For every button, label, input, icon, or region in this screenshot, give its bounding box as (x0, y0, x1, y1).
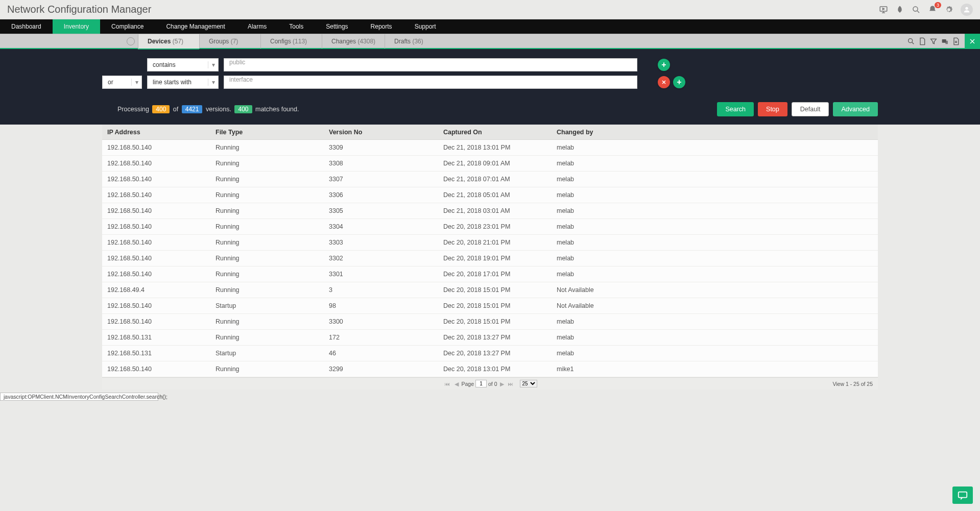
cell-ip: 192.168.50.140 (102, 271, 216, 278)
nav-support[interactable]: Support (403, 19, 447, 34)
cell-changedby: melab (557, 144, 878, 151)
stop-button[interactable]: Stop (758, 102, 787, 116)
col-version[interactable]: Version No (329, 129, 443, 136)
cell-ip: 192.168.50.140 (102, 207, 216, 214)
pager-last-icon[interactable]: ⏭ (508, 381, 515, 387)
cell-filetype: Running (216, 191, 329, 199)
matches-count: 400 (234, 105, 252, 113)
operator-select[interactable]: line starts with▾ (147, 76, 219, 89)
subtab-devices[interactable]: Devices (57) (138, 34, 199, 50)
nav-reports[interactable]: Reports (360, 19, 403, 34)
search-button[interactable]: Search (717, 102, 754, 116)
pager-first-icon[interactable]: ⏮ (444, 381, 451, 387)
nav-compliance[interactable]: Compliance (100, 19, 155, 34)
cell-changedby: melab (557, 223, 878, 230)
filter-icon[interactable] (929, 37, 938, 45)
page-input[interactable] (475, 380, 487, 387)
search-icon[interactable] (907, 37, 915, 45)
col-ip[interactable]: IP Address (102, 129, 216, 136)
add-filter-button[interactable]: + (658, 59, 670, 71)
cell-changedby: Not Available (557, 286, 878, 294)
subtab-drafts[interactable]: Drafts (36) (385, 34, 446, 48)
search-icon[interactable] (912, 5, 921, 14)
cell-ip: 192.168.50.131 (102, 334, 216, 341)
table-row[interactable]: 192.168.50.131Startup46Dec 20, 2018 13:2… (102, 346, 878, 361)
cell-captured: Dec 20, 2018 23:01 PM (443, 223, 557, 230)
close-panel-button[interactable] (965, 34, 980, 49)
subtab-configs[interactable]: Configs (113) (260, 34, 322, 48)
remove-filter-button[interactable] (658, 76, 670, 88)
cell-filetype: Running (216, 207, 329, 214)
cell-version: 3300 (329, 318, 443, 325)
browser-status-bar: javascript:OPMClient.NCMInventoryConfigS… (0, 393, 158, 401)
join-select[interactable]: or▾ (102, 76, 142, 89)
notif-badge: 3 (935, 2, 941, 8)
nav-dashboard[interactable]: Dashboard (0, 19, 53, 34)
col-captured[interactable]: Captured On (443, 129, 557, 136)
table-row[interactable]: 192.168.50.140Running3302Dec 20, 2018 19… (102, 251, 878, 266)
pager-prev-icon[interactable]: ◀ (453, 381, 460, 387)
svg-point-2 (965, 7, 968, 9)
table-row[interactable]: 192.168.50.140Running3304Dec 20, 2018 23… (102, 219, 878, 235)
rocket-icon[interactable] (895, 5, 904, 14)
page-size-select[interactable]: 25 (520, 380, 537, 387)
cell-changedby: melab (557, 255, 878, 262)
cell-captured: Dec 20, 2018 17:01 PM (443, 271, 557, 278)
presentation-icon[interactable] (879, 5, 888, 14)
pager-view-label: View 1 - 25 of 25 (832, 381, 873, 387)
table-row[interactable]: 192.168.50.140Running3308Dec 21, 2018 09… (102, 156, 878, 172)
advanced-button[interactable]: Advanced (833, 102, 878, 116)
select-all-circle[interactable] (124, 37, 138, 45)
pdf-icon[interactable] (918, 37, 926, 45)
nav-tools[interactable]: Tools (278, 19, 315, 34)
nav-inventory[interactable]: Inventory (53, 19, 100, 34)
table-row[interactable]: 192.168.50.140Running3299Dec 20, 2018 13… (102, 361, 878, 377)
cell-captured: Dec 20, 2018 15:01 PM (443, 318, 557, 325)
cell-version: 3309 (329, 144, 443, 151)
table-row[interactable]: 192.168.50.140Running3303Dec 20, 2018 21… (102, 235, 878, 251)
nav-alarms[interactable]: Alarms (236, 19, 278, 34)
col-filetype[interactable]: File Type (216, 129, 329, 136)
filter-value-input[interactable]: public (224, 58, 637, 71)
cell-version: 46 (329, 350, 443, 357)
nav-change-management[interactable]: Change Management (155, 19, 236, 34)
col-changedby[interactable]: Changed by (557, 129, 878, 136)
cell-captured: Dec 20, 2018 15:01 PM (443, 302, 557, 309)
pager-next-icon[interactable]: ▶ (498, 381, 506, 387)
filter-value-input[interactable]: interface (224, 76, 637, 89)
processed-count: 400 (152, 105, 170, 113)
device-icon[interactable] (941, 37, 949, 45)
table-row[interactable]: 192.168.50.140Running3309Dec 21, 2018 13… (102, 140, 878, 156)
subtab-groups[interactable]: Groups (7) (199, 34, 260, 48)
bell-icon[interactable]: 3 (928, 5, 937, 14)
cell-version: 3299 (329, 366, 443, 373)
cell-filetype: Running (216, 223, 329, 230)
cell-version: 3308 (329, 160, 443, 167)
table-row[interactable]: 192.168.50.140Running3306Dec 21, 2018 05… (102, 187, 878, 203)
gear-icon[interactable] (944, 5, 953, 14)
operator-select[interactable]: contains▾ (147, 58, 219, 71)
table-row[interactable]: 192.168.50.140Running3300Dec 20, 2018 15… (102, 314, 878, 330)
table-row[interactable]: 192.168.50.140Running3307Dec 21, 2018 07… (102, 172, 878, 187)
table-row[interactable]: 192.168.50.140Running3305Dec 21, 2018 03… (102, 203, 878, 219)
cell-captured: Dec 21, 2018 13:01 PM (443, 144, 557, 151)
add-filter-button[interactable]: + (673, 76, 685, 88)
table-row[interactable]: 192.168.50.140Startup98Dec 20, 2018 15:0… (102, 298, 878, 314)
subtab-changes[interactable]: Changes (4308) (322, 34, 385, 48)
avatar[interactable] (961, 4, 973, 16)
cell-ip: 192.168.50.140 (102, 191, 216, 199)
default-button[interactable]: Default (792, 102, 829, 116)
table-row[interactable]: 192.168.49.4Running3Dec 20, 2018 15:01 P… (102, 282, 878, 298)
cell-ip: 192.168.50.140 (102, 223, 216, 230)
cell-captured: Dec 21, 2018 07:01 AM (443, 176, 557, 183)
table-row[interactable]: 192.168.50.131Running172Dec 20, 2018 13:… (102, 330, 878, 346)
subtabs-row: Devices (57)Groups (7)Configs (113)Chang… (0, 34, 980, 49)
nav-settings[interactable]: Settings (315, 19, 359, 34)
cell-filetype: Running (216, 334, 329, 341)
table-header: IP Address File Type Version No Captured… (102, 125, 878, 140)
cell-ip: 192.168.50.140 (102, 255, 216, 262)
cell-filetype: Running (216, 318, 329, 325)
table-row[interactable]: 192.168.50.140Running3301Dec 20, 2018 17… (102, 266, 878, 282)
cell-captured: Dec 20, 2018 21:01 PM (443, 239, 557, 246)
export-icon[interactable] (952, 37, 960, 45)
